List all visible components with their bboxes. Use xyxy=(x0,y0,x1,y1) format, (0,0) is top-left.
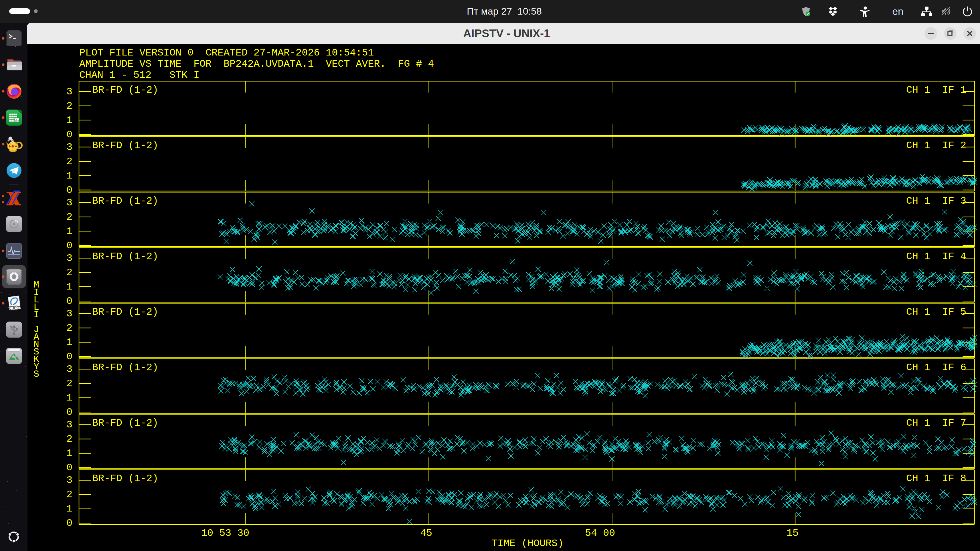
svg-text:1: 1 xyxy=(67,226,72,237)
svg-text:2: 2 xyxy=(67,433,72,445)
svg-text:1: 1 xyxy=(67,281,72,293)
svg-text:1: 1 xyxy=(67,337,72,348)
svg-text:I: I xyxy=(33,310,39,320)
svg-text:0: 0 xyxy=(67,295,72,307)
svg-text:1: 1 xyxy=(67,448,72,459)
svg-text:S: S xyxy=(33,369,39,380)
svg-text:2: 2 xyxy=(67,211,72,223)
svg-text:1: 1 xyxy=(67,392,72,404)
svg-text:CH 1 IF 3: CH 1 IF 3 xyxy=(906,195,966,207)
svg-text:CH 1 IF 1: CH 1 IF 1 xyxy=(906,84,966,96)
svg-text:TIME (HOURS): TIME (HOURS) xyxy=(492,538,563,549)
svg-text:3: 3 xyxy=(67,197,72,208)
svg-text:1: 1 xyxy=(67,170,72,182)
svg-text:1: 1 xyxy=(67,115,72,126)
svg-text:15: 15 xyxy=(786,527,799,539)
svg-text:BR-FD (1-2): BR-FD (1-2) xyxy=(92,473,158,484)
svg-text:2: 2 xyxy=(67,100,72,112)
svg-text:2: 2 xyxy=(67,489,72,500)
svg-text:BR-FD (1-2): BR-FD (1-2) xyxy=(92,306,158,318)
svg-text:0: 0 xyxy=(67,407,72,418)
svg-text:0: 0 xyxy=(67,240,72,251)
svg-text:BR-FD (1-2): BR-FD (1-2) xyxy=(92,251,158,262)
svg-text:PLOT FILE VERSION 0 CREATED 2: PLOT FILE VERSION 0 CREATED 27-MAR-2026 … xyxy=(79,47,374,59)
svg-text:CH 1 IF 5: CH 1 IF 5 xyxy=(906,306,966,318)
svg-text:BR-FD (1-2): BR-FD (1-2) xyxy=(92,195,158,207)
svg-text:BR-FD (1-2): BR-FD (1-2) xyxy=(92,140,158,151)
svg-text:BR-FD (1-2): BR-FD (1-2) xyxy=(92,84,158,96)
svg-text:3: 3 xyxy=(67,475,72,486)
svg-text:3: 3 xyxy=(67,86,72,98)
svg-text:0: 0 xyxy=(67,518,72,529)
svg-text:10 53 30: 10 53 30 xyxy=(201,527,249,539)
svg-text:3: 3 xyxy=(67,364,72,375)
svg-text:0: 0 xyxy=(67,129,72,140)
svg-text:CH 1 IF 8: CH 1 IF 8 xyxy=(906,473,966,484)
svg-text:3: 3 xyxy=(67,419,72,430)
svg-text:3: 3 xyxy=(67,308,72,319)
svg-text:0: 0 xyxy=(67,351,72,362)
svg-text:CH 1 IF 4: CH 1 IF 4 xyxy=(906,251,966,262)
svg-text:CH 1 IF 7: CH 1 IF 7 xyxy=(906,418,966,429)
svg-text:2: 2 xyxy=(67,156,72,167)
svg-text:3: 3 xyxy=(67,252,72,264)
svg-text:0: 0 xyxy=(67,462,72,473)
svg-text:BR-FD (1-2): BR-FD (1-2) xyxy=(92,418,158,429)
svg-text:3: 3 xyxy=(67,141,72,153)
svg-text:0: 0 xyxy=(67,184,72,196)
svg-text:AMPLITUDE VS TIME FOR BP242A: AMPLITUDE VS TIME FOR BP242A.UVDATA.1 VE… xyxy=(79,58,434,70)
svg-text:en: en xyxy=(892,6,904,17)
svg-text:2: 2 xyxy=(67,267,72,278)
svg-text:54 00: 54 00 xyxy=(585,527,615,539)
svg-text:Пт мар 27 10:58: Пт мар 27 10:58 xyxy=(467,6,542,17)
svg-text:1: 1 xyxy=(67,503,72,514)
svg-text:2: 2 xyxy=(67,322,72,334)
svg-text:CHAN 1 - 512 STK I: CHAN 1 - 512 STK I xyxy=(79,70,199,81)
svg-text:2: 2 xyxy=(67,378,72,389)
svg-text:CH 1 IF 6: CH 1 IF 6 xyxy=(906,362,966,373)
svg-text:BR-FD (1-2): BR-FD (1-2) xyxy=(92,362,158,373)
svg-text:CH 1 IF 2: CH 1 IF 2 xyxy=(906,140,966,151)
svg-text:45: 45 xyxy=(420,527,432,539)
